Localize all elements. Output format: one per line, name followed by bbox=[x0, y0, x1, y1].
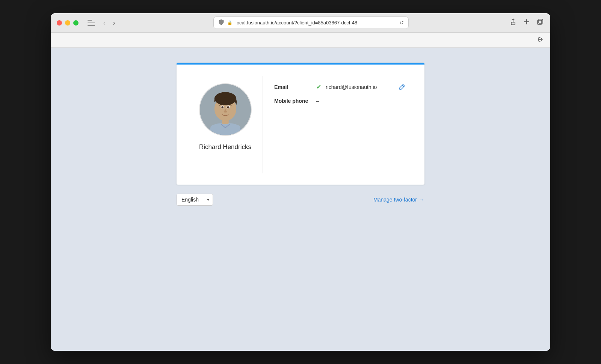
language-select[interactable]: English Spanish French German bbox=[177, 194, 213, 206]
manage-two-factor-label: Manage two-factor bbox=[373, 197, 417, 203]
card-right: Email ✔ richard@fusionauth.io Mobile pho… bbox=[263, 76, 413, 173]
share-button[interactable] bbox=[509, 18, 517, 28]
svg-point-11 bbox=[221, 106, 223, 108]
back-button[interactable]: ‹ bbox=[101, 19, 108, 27]
close-button[interactable] bbox=[57, 20, 62, 26]
arrow-right-icon: → bbox=[419, 197, 424, 203]
profile-card: Richard Hendricks Email ✔ richard@fusion… bbox=[177, 63, 424, 185]
exit-icon[interactable] bbox=[538, 36, 544, 44]
mobile-row: Mobile phone – bbox=[274, 98, 402, 104]
email-row: Email ✔ richard@fusionauth.io bbox=[274, 83, 402, 90]
page-footer: English Spanish French German ▾ Manage t… bbox=[177, 194, 424, 206]
traffic-lights bbox=[57, 20, 79, 26]
address-bar-container: 🔒 local.fusionauth.io/account/?client_id… bbox=[122, 17, 500, 29]
url-text: local.fusionauth.io/account/?client_id=8… bbox=[236, 20, 397, 26]
sidebar-toggle-button[interactable] bbox=[88, 20, 95, 26]
svg-rect-3 bbox=[538, 20, 542, 24]
nav-buttons: ‹ › bbox=[101, 19, 118, 27]
title-bar: ‹ › 🔒 local.fusionauth.io/account/?clien… bbox=[51, 13, 550, 33]
svg-point-14 bbox=[228, 107, 229, 107]
svg-rect-4 bbox=[539, 19, 543, 23]
shield-icon bbox=[218, 19, 224, 26]
manage-two-factor-link[interactable]: Manage two-factor → bbox=[373, 197, 424, 203]
browser-window: ‹ › 🔒 local.fusionauth.io/account/?clien… bbox=[51, 13, 550, 351]
svg-point-12 bbox=[227, 106, 229, 108]
card-body: Richard Hendricks Email ✔ richard@fusion… bbox=[177, 65, 424, 185]
secondary-toolbar bbox=[51, 33, 550, 48]
mobile-label: Mobile phone bbox=[274, 98, 312, 104]
email-value: richard@fusionauth.io bbox=[326, 84, 377, 90]
edit-button[interactable] bbox=[397, 82, 407, 93]
reload-button[interactable]: ↺ bbox=[400, 20, 404, 26]
user-name: Richard Hendricks bbox=[199, 143, 251, 151]
verified-icon: ✔ bbox=[316, 83, 321, 90]
avatar-container bbox=[199, 83, 252, 136]
new-tab-button[interactable] bbox=[522, 18, 531, 28]
minimize-button[interactable] bbox=[65, 20, 70, 26]
forward-button[interactable]: › bbox=[111, 19, 118, 27]
page-content: Richard Hendricks Email ✔ richard@fusion… bbox=[51, 48, 550, 351]
maximize-button[interactable] bbox=[73, 20, 79, 26]
lock-icon: 🔒 bbox=[227, 20, 233, 25]
toolbar-right bbox=[509, 18, 544, 28]
avatar bbox=[200, 84, 251, 135]
email-label: Email bbox=[274, 84, 312, 90]
address-bar[interactable]: 🔒 local.fusionauth.io/account/?client_id… bbox=[213, 17, 409, 29]
tabs-button[interactable] bbox=[536, 18, 544, 28]
card-left: Richard Hendricks bbox=[188, 76, 263, 173]
language-select-wrapper: English Spanish French German ▾ bbox=[177, 194, 213, 206]
mobile-value: – bbox=[316, 98, 319, 104]
svg-point-13 bbox=[222, 107, 223, 107]
